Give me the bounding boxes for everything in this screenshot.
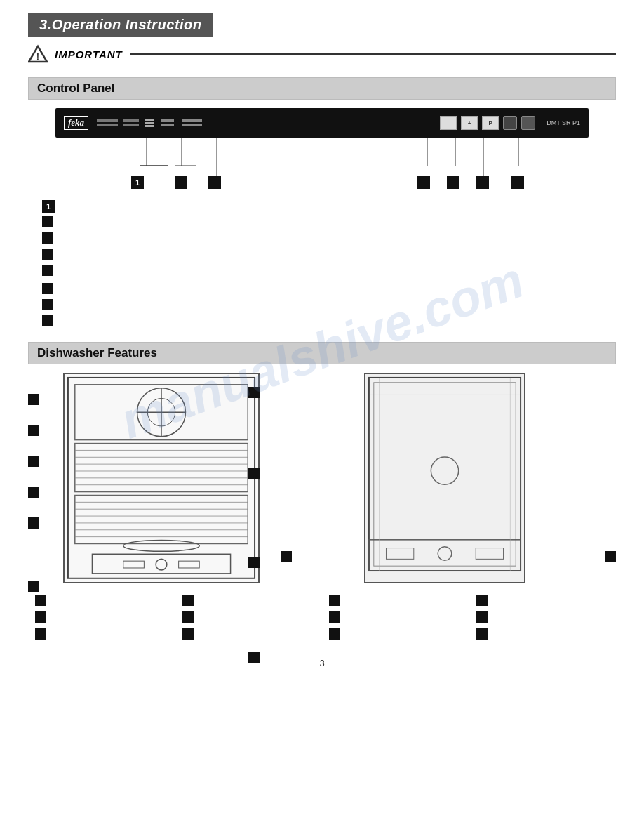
- callout-left-2: [28, 425, 39, 436]
- legend-bottom-4: [476, 593, 610, 607]
- svg-point-47: [431, 457, 458, 484]
- bottom-legend: [28, 593, 616, 641]
- svg-rect-45: [369, 378, 521, 571]
- panel-btn-p: P: [482, 116, 499, 130]
- interior-right-callouts: [248, 387, 260, 663]
- panel-buttons-right: - + P DMT SR P1: [440, 116, 580, 130]
- legend-item-4: [42, 249, 616, 263]
- bullet-b3: [329, 595, 340, 606]
- exterior-svg: [365, 374, 524, 581]
- section-heading: 3.Operation Instruction: [28, 13, 213, 37]
- svg-text:!: !: [36, 51, 39, 62]
- panel-buttons-left: [97, 119, 202, 127]
- svg-rect-17: [447, 176, 459, 189]
- legend-section: 1: [28, 200, 616, 329]
- dw-interior-diagram: [28, 373, 260, 583]
- legend-item-7: [42, 299, 616, 313]
- svg-rect-44: [179, 561, 200, 568]
- exterior-right-callout: [605, 550, 616, 562]
- page-number-area: 3: [28, 655, 616, 668]
- panel-model: DMT SR P1: [546, 119, 580, 126]
- bullet-b7: [329, 611, 340, 623]
- bullet-b1: [35, 595, 46, 606]
- callout-right-4: [248, 652, 260, 663]
- bullet-sq-5: [42, 265, 53, 276]
- panel-callout-container: feka: [55, 108, 589, 200]
- svg-point-50: [438, 547, 452, 561]
- dw-interior-img: [63, 373, 260, 583]
- svg-rect-33: [75, 495, 248, 543]
- bullet-sq-4: [42, 249, 53, 260]
- interior-left-callouts: [28, 394, 39, 592]
- legend-bottom-7: [329, 610, 462, 624]
- important-banner: ! IMPORTANT: [28, 44, 616, 67]
- important-label: IMPORTANT: [55, 48, 123, 60]
- legend-bottom-8: [476, 610, 610, 624]
- bullet-b8: [476, 611, 488, 623]
- legend-item-1: 1: [42, 200, 616, 214]
- legend-item-5: [42, 265, 616, 279]
- legend-bottom-11: [329, 627, 462, 641]
- control-panel-area: feka: [28, 108, 616, 329]
- section-title: 3.Operation Instruction: [39, 17, 202, 32]
- svg-rect-14: [175, 176, 187, 189]
- legend-bottom-5: [35, 610, 168, 624]
- callout-left-1: [28, 394, 39, 405]
- legend-bottom-3: [329, 593, 462, 607]
- bullet-b4: [476, 595, 488, 606]
- callout-left-3: [28, 456, 39, 467]
- svg-rect-41: [92, 554, 230, 574]
- callout-right-2: [248, 468, 260, 479]
- svg-rect-46: [374, 383, 516, 566]
- bullet-sq-2: [42, 216, 53, 227]
- svg-point-42: [156, 559, 167, 570]
- legend-bottom-12: [476, 627, 610, 641]
- legend-bottom-9: [35, 627, 168, 641]
- bullet-b6: [182, 611, 194, 623]
- bullet-sq-6: [42, 283, 53, 294]
- page-content: 3.Operation Instruction ! IMPORTANT Cont…: [0, 0, 644, 834]
- panel-btn-minus: -: [440, 116, 457, 130]
- features-section: Dishwasher Features: [28, 342, 616, 641]
- svg-rect-18: [476, 176, 489, 189]
- bullet-sq-7: [42, 299, 53, 310]
- legend-item-8: [42, 315, 616, 329]
- callout-right-1: [248, 387, 260, 398]
- bullet-b2: [182, 595, 194, 606]
- panel-btn-plus: +: [461, 116, 478, 130]
- bullet-b11: [329, 628, 340, 640]
- exterior-left-callout: [281, 550, 292, 562]
- svg-rect-15: [208, 176, 221, 189]
- page-number: 3: [283, 658, 361, 668]
- dw-exterior-diagram: [274, 373, 616, 583]
- dw-exterior-img: [364, 373, 525, 583]
- panel-callout-lines: 1: [55, 138, 589, 197]
- control-panel-title: Control Panel: [37, 81, 115, 95]
- features-section-bar: Dishwasher Features: [28, 342, 616, 364]
- svg-rect-19: [511, 176, 524, 189]
- svg-rect-43: [123, 561, 145, 568]
- bullet-b10: [182, 628, 194, 640]
- bullet-sq-3: [42, 232, 53, 244]
- svg-rect-26: [75, 444, 248, 492]
- bullet-b9: [35, 628, 46, 640]
- features-title: Dishwasher Features: [37, 346, 157, 359]
- svg-rect-49: [386, 548, 413, 560]
- legend-item-3: [42, 232, 616, 246]
- svg-rect-51: [476, 548, 503, 560]
- bullet-b12: [476, 628, 488, 640]
- legend-item-6: [42, 283, 616, 297]
- svg-point-40: [123, 541, 199, 552]
- warning-icon: !: [28, 44, 48, 64]
- callout-right-3: [248, 557, 260, 568]
- legend-bottom-1: [35, 593, 168, 607]
- bullet-sq-8: [42, 315, 53, 326]
- panel-logo: feka: [64, 116, 88, 130]
- callout-left-6: [28, 581, 39, 592]
- callout-left-4: [28, 486, 39, 498]
- features-diagrams: [28, 373, 616, 583]
- control-panel-section-bar: Control Panel: [28, 77, 616, 100]
- legend-item-2: [42, 216, 616, 230]
- callout-ext-left: [281, 551, 292, 562]
- bullet-b5: [35, 611, 46, 623]
